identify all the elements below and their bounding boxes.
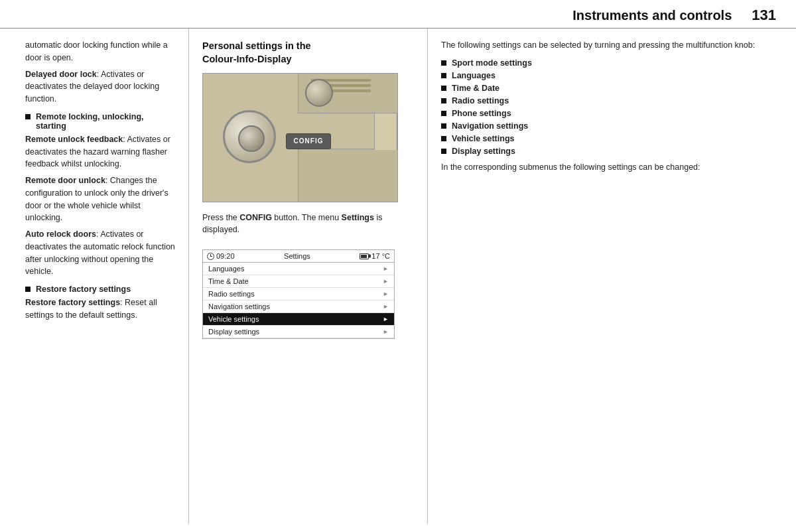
section-title: Personal settings in the Colour-Info-Dis… [202, 39, 414, 66]
settings-row-arrow: ► [383, 278, 389, 285]
settings-row-languages: Languages ► [203, 263, 394, 275]
right-bullet-label-phone: Phone settings [452, 109, 511, 118]
section-title-line1: Personal settings in the [202, 40, 311, 51]
bullet-icon-r5 [441, 111, 446, 116]
settings-row-label: Languages [208, 265, 244, 273]
bullet-remote-locking: Remote locking, unlocking, starting [25, 112, 175, 131]
right-bullet-label-sport: Sport mode settings [452, 58, 532, 68]
config-button-label: CONFIG [294, 137, 324, 145]
remote-unlock-label: Remote unlock feedback [25, 135, 123, 144]
main-knob-outer [223, 110, 276, 163]
right-bullet-vehicle: Vehicle settings [441, 134, 776, 143]
panel-bottom-right [298, 149, 397, 202]
bullet2-label: Restore factory settings [36, 285, 131, 294]
chapter-title: Instruments and controls [572, 8, 732, 23]
right-bullet-languages: Languages [441, 71, 776, 80]
caption-config-bold: CONFIG [239, 213, 272, 222]
battery-icon [360, 253, 369, 259]
caption-settings-bold: Settings [342, 213, 374, 222]
remote-unlock-para: Remote unlock feedback: Activates or dea… [25, 133, 175, 170]
settings-temp-area: 17 °C [360, 252, 390, 260]
settings-display-header: 09:20 Settings 17 °C [203, 250, 394, 263]
section-title-line2: Colour-Info-Display [202, 54, 292, 64]
bullet-icon-r6 [441, 123, 446, 129]
settings-row-label: Vehicle settings [208, 315, 259, 323]
settings-display-box: 09:20 Settings 17 °C Languages ► Time & … [202, 249, 395, 339]
settings-row-label: Display settings [208, 328, 259, 336]
right-bullet-radio: Radio settings [441, 96, 776, 105]
remote-door-para: Remote door unlock: Changes the configur… [25, 174, 175, 224]
settings-row-navigation: Navigation settings ► [203, 300, 394, 313]
settings-row-label: Time & Date [208, 277, 249, 285]
right-bullet-sport: Sport mode settings [441, 58, 776, 68]
auto-relock-para: Auto relock doors: Activates or deactiva… [25, 228, 175, 278]
settings-row-display: Display settings ► [203, 326, 394, 338]
auto-relock-label: Auto relock doors [25, 230, 96, 239]
settings-time: 09:20 [216, 252, 235, 260]
right-bullet-list: Sport mode settings Languages Time & Dat… [441, 58, 776, 156]
main-content: automatic door locking function while a … [0, 29, 796, 524]
settings-row-radio: Radio settings ► [203, 288, 394, 300]
intro-text: automatic door locking function while a … [25, 39, 175, 64]
right-bullet-navigation: Navigation settings [441, 121, 776, 131]
delayed-lock-label: Delayed door lock [25, 70, 97, 79]
settings-row-label: Navigation settings [208, 302, 270, 310]
settings-row-arrow: ► [383, 303, 389, 310]
restore-label: Restore factory settings [25, 298, 120, 307]
left-column: automatic door locking function while a … [0, 29, 189, 524]
page-header: Instruments and controls 131 [0, 0, 796, 29]
bullet-icon-r7 [441, 136, 446, 141]
middle-column: Personal settings in the Colour-Info-Dis… [189, 29, 428, 524]
bullet-icon-r4 [441, 98, 446, 103]
bullet-icon-2 [25, 287, 31, 292]
settings-row-vehicle: Vehicle settings ► [203, 313, 394, 326]
restore-para: Restore factory settings: Reset all sett… [25, 297, 175, 322]
settings-row-arrow: ► [383, 291, 389, 297]
small-knob [305, 79, 333, 107]
settings-temp: 17 °C [371, 252, 390, 260]
bullet-icon-r8 [441, 149, 446, 154]
settings-row-label: Radio settings [208, 290, 255, 298]
clock-icon [207, 253, 214, 260]
settings-time-area: 09:20 [207, 252, 235, 260]
delayed-lock-para: Delayed door lock: Activates or deactiva… [25, 68, 175, 105]
right-bullet-phone: Phone settings [441, 109, 776, 118]
right-bullet-label-languages: Languages [452, 71, 496, 80]
config-display-illustration: CONFIG [202, 73, 398, 202]
bullet-icon-r1 [441, 60, 446, 66]
panel-mid-right [374, 113, 397, 150]
settings-header-title: Settings [284, 252, 310, 260]
battery-fill [361, 255, 366, 258]
right-bullet-label-vehicle: Vehicle settings [452, 134, 514, 143]
submenus-text: In the corresponding submenus the follow… [441, 161, 776, 174]
following-text: The following settings can be selected b… [441, 39, 776, 52]
main-knob-inner [238, 125, 265, 152]
settings-row-arrow: ► [383, 328, 389, 335]
settings-row-arrow: ► [383, 265, 389, 272]
right-bullet-label-navigation: Navigation settings [452, 121, 528, 131]
page-number: 131 [752, 7, 776, 24]
bullet-icon [25, 114, 31, 119]
right-bullet-time-date: Time & Date [441, 84, 776, 93]
right-column: The following settings can be selected b… [428, 29, 796, 524]
remote-door-label: Remote door unlock [25, 176, 105, 185]
right-bullet-label-time-date: Time & Date [452, 84, 499, 93]
right-bullet-display: Display settings [441, 147, 776, 156]
right-bullet-label-display: Display settings [452, 147, 515, 156]
bullet1-label: Remote locking, unlocking, starting [36, 112, 175, 131]
bullet-icon-r2 [441, 73, 446, 78]
config-button: CONFIG [286, 133, 331, 149]
settings-row-time-date: Time & Date ► [203, 275, 394, 288]
display-inner: CONFIG [203, 74, 397, 202]
bullet-restore: Restore factory settings [25, 285, 175, 294]
settings-display-area: 09:20 Settings 17 °C Languages ► Time & … [202, 249, 414, 339]
settings-rows: Languages ► Time & Date ► Radio settings… [203, 263, 394, 338]
caption-text: Press the CONFIG button. The menu Settin… [202, 212, 414, 237]
bullet-icon-r3 [441, 86, 446, 91]
settings-row-arrow: ► [383, 316, 389, 322]
right-bullet-label-radio: Radio settings [452, 96, 509, 105]
panel-top [298, 74, 397, 113]
